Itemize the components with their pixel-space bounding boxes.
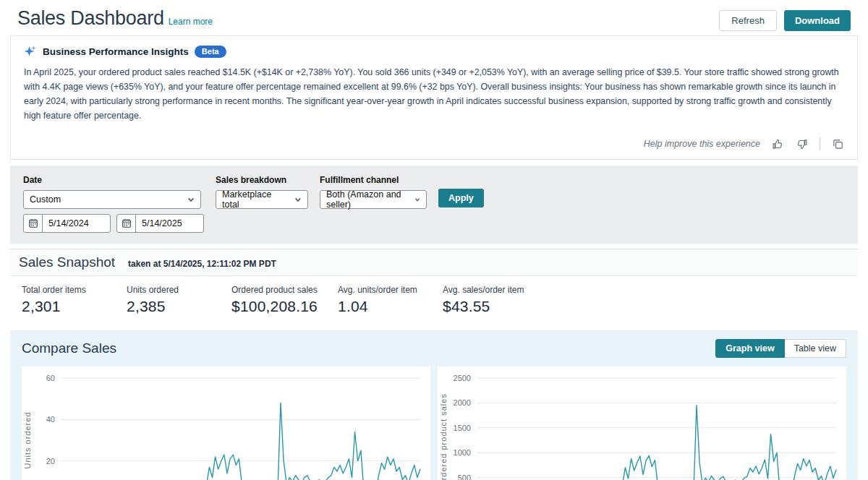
svg-text:60: 60 bbox=[46, 374, 55, 382]
beta-badge: Beta bbox=[195, 46, 226, 58]
metric-total-order-items: Total order items 2,301 bbox=[22, 285, 127, 315]
copy-icon[interactable] bbox=[832, 138, 844, 150]
compare-sales-title: Compare Sales bbox=[22, 340, 116, 356]
snapshot-timestamp: taken at 5/14/2025, 12:11:02 PM PDT bbox=[128, 259, 276, 269]
insights-title: Business Performance Insights bbox=[43, 46, 189, 57]
date-range-select[interactable]: Custom bbox=[23, 190, 201, 209]
insights-card: Business Performance Insights Beta In Ap… bbox=[10, 35, 858, 160]
chevron-down-icon bbox=[187, 196, 195, 203]
refresh-button[interactable]: Refresh bbox=[719, 10, 777, 31]
page-title: Sales Dashboard bbox=[17, 7, 164, 30]
compare-sales-section: Compare Sales Graph view Table view 0204… bbox=[10, 330, 858, 480]
download-button[interactable]: Download bbox=[784, 10, 851, 31]
filter-bar: Date Custom 5/14/2024 5/14/2025 Sales br… bbox=[10, 166, 858, 244]
graph-view-button[interactable]: Graph view bbox=[715, 339, 784, 358]
learn-more-link[interactable]: Learn more bbox=[169, 17, 213, 27]
metric-avg-sales-per-order: Avg. sales/order item $43.55 bbox=[443, 285, 548, 315]
date-filter-label: Date bbox=[23, 175, 204, 185]
svg-text:Ordered product sales: Ordered product sales bbox=[439, 393, 448, 480]
svg-text:Units ordered: Units ordered bbox=[23, 412, 32, 469]
metric-avg-units-per-order: Avg. units/order item 1.04 bbox=[338, 285, 443, 315]
breakdown-filter-label: Sales breakdown bbox=[216, 175, 308, 185]
view-toggle: Graph view Table view bbox=[715, 339, 846, 358]
apply-button[interactable]: Apply bbox=[438, 189, 484, 207]
sales-breakdown-select[interactable]: Marketplace total bbox=[216, 190, 308, 209]
divider bbox=[820, 137, 820, 150]
thumbs-down-icon[interactable] bbox=[796, 138, 808, 150]
svg-text:2000: 2000 bbox=[454, 399, 471, 408]
svg-text:1000: 1000 bbox=[454, 449, 471, 458]
end-date-input[interactable]: 5/14/2025 bbox=[116, 214, 204, 233]
svg-text:500: 500 bbox=[458, 473, 471, 480]
channel-filter-label: Fulfillment channel bbox=[320, 175, 427, 185]
end-date-value: 5/14/2025 bbox=[136, 218, 182, 228]
svg-text:2500: 2500 bbox=[454, 374, 471, 382]
svg-text:1500: 1500 bbox=[454, 424, 471, 432]
svg-text:20: 20 bbox=[46, 457, 55, 466]
insights-body: In April 2025, your ordered product sale… bbox=[24, 65, 844, 123]
thumbs-up-icon[interactable] bbox=[772, 138, 784, 150]
calendar-icon[interactable] bbox=[24, 215, 43, 232]
calendar-icon[interactable] bbox=[117, 215, 136, 232]
metric-units-ordered: Units ordered 2,385 bbox=[127, 285, 231, 315]
feedback-label: Help improve this experience bbox=[644, 139, 760, 149]
sales-snapshot-header: Sales Snapshot taken at 5/14/2025, 12:11… bbox=[10, 249, 858, 276]
svg-text:40: 40 bbox=[46, 416, 55, 424]
fulfillment-channel-select[interactable]: Both (Amazon and seller) bbox=[320, 190, 427, 209]
table-view-button[interactable]: Table view bbox=[785, 339, 846, 358]
chevron-down-icon bbox=[294, 196, 302, 203]
sales-snapshot-title: Sales Snapshot bbox=[19, 254, 115, 270]
chevron-down-icon bbox=[414, 196, 420, 203]
start-date-input[interactable]: 5/14/2024 bbox=[23, 214, 111, 233]
metric-ordered-product-sales: Ordered product sales $100,208.16 bbox=[231, 285, 338, 315]
units-ordered-chart[interactable]: 0204060Jul '24Sep '24Nov '24Jan '25Mar '… bbox=[22, 367, 430, 480]
top-bar: Sales Dashboard Learn more Refresh Downl… bbox=[0, 0, 868, 35]
start-date-value: 5/14/2024 bbox=[43, 218, 89, 228]
snapshot-metrics: Total order items 2,301 Units ordered 2,… bbox=[10, 276, 858, 327]
ordered-product-sales-chart[interactable]: 05001000150020002500Jul '24Sep '24Nov '2… bbox=[438, 367, 846, 480]
sparkle-icon bbox=[24, 45, 37, 58]
